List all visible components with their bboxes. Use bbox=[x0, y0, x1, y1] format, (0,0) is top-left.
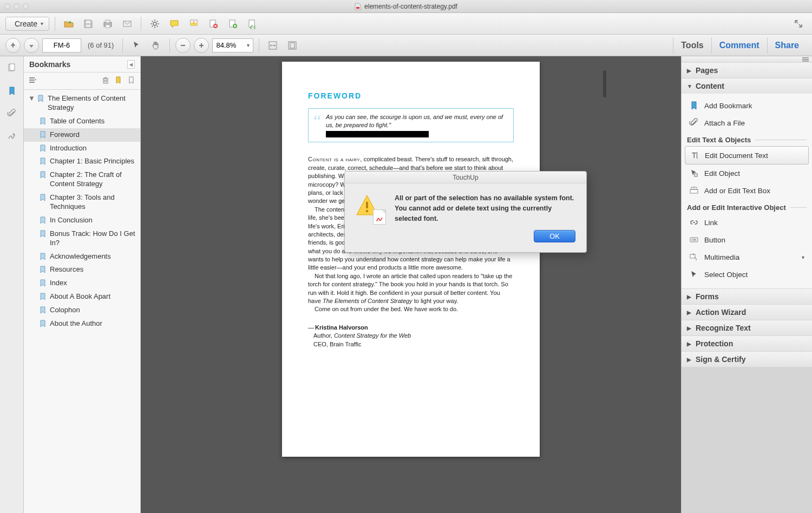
recognize-text-accordion[interactable]: ▶Recognize Text bbox=[682, 320, 812, 336]
tools-tab[interactable]: Tools bbox=[673, 37, 711, 54]
sign-certify-accordion[interactable]: ▶Sign & Certify bbox=[682, 352, 812, 367]
minimize-window-icon[interactable] bbox=[14, 3, 19, 9]
comment-tab[interactable]: Comment bbox=[711, 37, 767, 54]
zoom-out-button[interactable] bbox=[175, 38, 191, 53]
file-icon bbox=[355, 3, 361, 10]
bookmark-label: Index bbox=[50, 279, 67, 288]
form-button-button[interactable]: OKButton bbox=[685, 231, 809, 248]
submenu-caret-icon: ▾ bbox=[802, 254, 804, 260]
tools-panel: ▶Pages ▼Content Add Bookmark Attach a Fi… bbox=[681, 56, 812, 513]
bookmark-label: Chapter 1: Basic Principles bbox=[50, 157, 134, 166]
bookmark-item[interactable]: Resources bbox=[24, 263, 140, 277]
new-bookmark-button[interactable] bbox=[114, 76, 123, 87]
bookmark-label: Colophon bbox=[50, 306, 80, 315]
svg-marker-16 bbox=[29, 45, 34, 48]
thumbnails-tab-button[interactable] bbox=[4, 61, 20, 76]
svg-rect-38 bbox=[366, 210, 368, 212]
svg-point-36 bbox=[696, 259, 697, 260]
add-bookmark-button[interactable]: Add Bookmark bbox=[685, 97, 809, 114]
page-number-input[interactable] bbox=[42, 38, 81, 52]
bookmarks-tab-button[interactable] bbox=[4, 83, 20, 98]
bookmark-item[interactable]: Introduction bbox=[24, 142, 140, 155]
link-button[interactable]: Link bbox=[685, 214, 809, 231]
collapse-panel-icon[interactable]: ◂ bbox=[127, 60, 135, 69]
bookmark-item[interactable]: About the Author bbox=[24, 317, 140, 331]
signature-line: CEO, Brain Traffic bbox=[308, 340, 514, 348]
item-label: Multimedia bbox=[704, 253, 739, 261]
attach-file-button[interactable]: Attach a File bbox=[685, 114, 809, 131]
add-page-button[interactable] bbox=[225, 16, 241, 31]
bookmark-item[interactable]: In Conclusion bbox=[24, 214, 140, 227]
multimedia-button[interactable]: Multimedia▾ bbox=[685, 248, 809, 266]
bookmark-item[interactable]: Foreword bbox=[24, 128, 140, 142]
add-textbox-button[interactable]: Add or Edit Text Box bbox=[685, 182, 809, 199]
open-button[interactable] bbox=[61, 16, 77, 31]
foreword-heading: FOREWORD bbox=[308, 91, 514, 102]
hand-tool-button[interactable] bbox=[148, 38, 164, 53]
rotate-page-button[interactable] bbox=[244, 16, 260, 31]
document-viewport[interactable]: FOREWORD “ As you can see, the scourge i… bbox=[141, 56, 681, 513]
delete-bookmark-button[interactable] bbox=[101, 76, 110, 87]
select-object-button[interactable]: Select Object bbox=[685, 266, 809, 283]
bookmark-options-button[interactable] bbox=[28, 76, 37, 87]
highlight-button[interactable]: T bbox=[186, 16, 202, 31]
close-window-icon[interactable] bbox=[4, 3, 10, 9]
content-accordion[interactable]: ▼Content bbox=[682, 78, 812, 94]
bookmarks-header: Bookmarks ◂ bbox=[24, 56, 140, 73]
dialog-message: All or part of the selection has no avai… bbox=[395, 193, 575, 223]
bookmark-icon bbox=[39, 144, 47, 152]
bookmark-item[interactable]: Table of Contents bbox=[24, 115, 140, 128]
svg-text:T: T bbox=[193, 21, 195, 24]
pages-accordion[interactable]: ▶Pages bbox=[682, 63, 812, 78]
bookmark-item[interactable]: ▼The Elements of Content Strategy bbox=[24, 92, 140, 115]
bookmark-icon bbox=[39, 320, 47, 327]
quote-box[interactable]: “ As you can see, the scourge is upon us… bbox=[308, 108, 514, 143]
email-button[interactable] bbox=[119, 16, 135, 31]
scrollbar[interactable] bbox=[603, 70, 606, 97]
svg-rect-21 bbox=[10, 64, 15, 70]
delete-page-button[interactable] bbox=[205, 16, 221, 31]
bookmark-label: Introduction bbox=[50, 144, 87, 153]
item-label: Attach a File bbox=[704, 119, 745, 127]
item-label: Add Bookmark bbox=[704, 102, 752, 110]
expand-button[interactable] bbox=[790, 16, 807, 31]
action-wizard-accordion[interactable]: ▶Action Wizard bbox=[682, 305, 812, 320]
prev-page-button[interactable] bbox=[5, 38, 21, 53]
print-button[interactable] bbox=[100, 16, 116, 31]
bookmark-item[interactable]: Index bbox=[24, 277, 140, 290]
fit-width-button[interactable] bbox=[265, 38, 281, 53]
settings-button[interactable] bbox=[147, 16, 163, 31]
panel-menu-button[interactable] bbox=[682, 56, 812, 63]
edit-document-text-button[interactable]: TEdit Document Text bbox=[685, 146, 809, 165]
ok-button[interactable]: OK bbox=[534, 230, 575, 242]
svg-rect-26 bbox=[802, 59, 809, 60]
forms-accordion[interactable]: ▶Forms bbox=[682, 289, 812, 304]
attachments-tab-button[interactable] bbox=[4, 106, 20, 121]
bookmark-item[interactable]: About A Book Apart bbox=[24, 290, 140, 304]
quote-mark-icon: “ bbox=[312, 109, 322, 133]
next-page-button[interactable] bbox=[24, 38, 39, 53]
signatures-tab-button[interactable] bbox=[4, 129, 20, 144]
zoom-level-select[interactable]: 84.8% ▾ bbox=[212, 38, 253, 52]
bookmark-item[interactable]: Colophon bbox=[24, 304, 140, 317]
zoom-in-button[interactable] bbox=[194, 38, 209, 53]
bookmark-item[interactable]: Chapter 1: Basic Principles bbox=[24, 155, 140, 168]
bookmark-item[interactable]: Acknowledgements bbox=[24, 250, 140, 264]
select-tool-button[interactable] bbox=[128, 38, 145, 53]
disclosure-icon[interactable]: ▼ bbox=[28, 94, 34, 103]
share-tab[interactable]: Share bbox=[767, 37, 807, 54]
filename-label: elements-of-content-strategy.pdf bbox=[355, 3, 457, 10]
dialog-titlebar[interactable]: TouchUp bbox=[345, 172, 586, 183]
comment-button[interactable] bbox=[166, 16, 182, 31]
fit-page-button[interactable] bbox=[284, 38, 300, 53]
new-bookmark-from-button[interactable] bbox=[127, 76, 136, 87]
protection-accordion[interactable]: ▶Protection bbox=[682, 336, 812, 351]
zoom-window-icon[interactable] bbox=[23, 3, 29, 9]
bookmark-item[interactable]: Bonus Track: How Do I Get In? bbox=[24, 227, 140, 250]
edit-object-button[interactable]: Edit Object bbox=[685, 165, 809, 182]
create-button[interactable]: Create ▾ bbox=[5, 17, 49, 31]
bookmark-item[interactable]: Chapter 3: Tools and Techniques bbox=[24, 191, 140, 214]
save-button[interactable] bbox=[80, 16, 96, 31]
bookmark-item[interactable]: Chapter 2: The Craft of Content Strategy bbox=[24, 168, 140, 191]
accordion-label: Pages bbox=[696, 66, 718, 75]
